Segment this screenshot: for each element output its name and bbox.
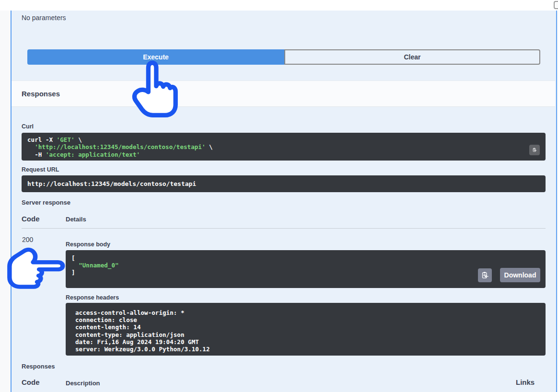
curl-method-string: 'GET' <box>57 136 75 143</box>
response-header-line: date: Fri,16 Aug 2024 19:04:20 GMT <box>75 338 536 346</box>
responses-table-description-header: Description <box>66 380 100 387</box>
execute-button[interactable]: Execute <box>27 49 284 65</box>
responses-section-title: Responses <box>22 90 60 98</box>
curl-header-flag: -H <box>27 151 46 158</box>
response-header-line: content-type: application/json <box>75 331 536 338</box>
curl-cmd-text: curl -X <box>27 136 57 143</box>
response-header-line: server: Werkzeug/3.0.0 Python/3.10.12 <box>75 346 536 353</box>
responses-section-header: Responses <box>12 81 555 107</box>
clipboard-copy-icon <box>532 146 537 154</box>
response-body-line: ] <box>71 269 540 276</box>
curl-label: Curl <box>22 123 34 130</box>
request-url-label: Request URL <box>22 166 59 173</box>
request-url-block: http://localhost:12345/models/contoso/te… <box>22 175 546 192</box>
response-body-line: [ <box>71 254 540 262</box>
curl-command-block: curl -X 'GET' \ 'http://localhost:12345/… <box>22 133 546 161</box>
table-divider <box>22 228 546 229</box>
curl-accept-string: 'accept: application/text' <box>46 151 140 158</box>
server-response-details-header: Details <box>66 216 86 223</box>
curl-line-2: 'http://localhost:12345/models/contoso/t… <box>27 143 526 150</box>
curl-line-continuation: \ <box>75 136 82 143</box>
response-headers-label: Response headers <box>66 294 119 301</box>
clipboard-copy-icon <box>481 271 489 280</box>
responses-table-links-header: Links <box>516 378 535 386</box>
download-button-label: Download <box>504 271 536 279</box>
clear-button[interactable]: Clear <box>284 49 540 65</box>
top-white-strip <box>0 0 558 11</box>
server-response-label: Server response <box>22 199 70 206</box>
execute-button-label: Execute <box>143 53 169 61</box>
download-button[interactable]: Download <box>500 268 540 282</box>
curl-line-3: -H 'accept: application/text' <box>27 151 526 158</box>
response-header-line: content-length: 14 <box>75 323 536 331</box>
response-body-block: [ "Unnamed_0" ] <box>66 250 546 288</box>
copy-response-body-button[interactable] <box>478 268 492 282</box>
response-headers-block: access-control-allow-origin: * connectio… <box>66 303 546 356</box>
response-body-label: Response body <box>66 241 110 248</box>
copy-curl-button[interactable] <box>529 145 540 155</box>
curl-line-1: curl -X 'GET' \ <box>27 136 526 143</box>
clear-button-label: Clear <box>404 53 420 61</box>
server-response-code-header: Code <box>22 215 40 223</box>
response-header-line: access-control-allow-origin: * <box>75 309 536 316</box>
responses-table-label: Responses <box>22 363 55 370</box>
responses-table-code-header: Code <box>22 378 40 386</box>
curl-line-continuation: \ <box>206 143 213 150</box>
response-header-line: connection: close <box>75 316 536 323</box>
status-code-200: 200 <box>22 236 33 243</box>
curl-url-string: 'http://localhost:12345/models/contoso/t… <box>27 143 206 150</box>
no-parameters-label: No parameters <box>22 14 66 22</box>
request-url-value: http://localhost:12345/models/contoso/te… <box>27 180 196 187</box>
response-body-value: "Unnamed_0" <box>71 262 540 269</box>
swagger-ui-page: No parameters Execute Clear Responses Cu… <box>0 0 558 392</box>
scrollbar-thumb[interactable] <box>554 1 558 9</box>
